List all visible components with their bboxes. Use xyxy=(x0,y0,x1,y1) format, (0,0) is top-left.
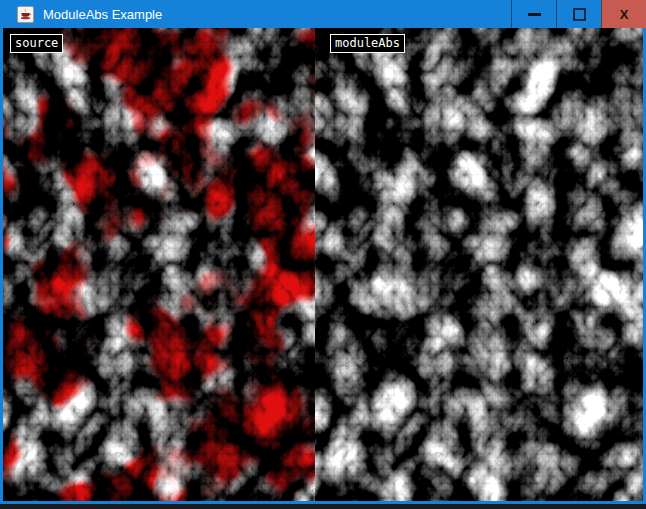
java-coffee-cup-icon[interactable] xyxy=(17,6,34,23)
window-title: ModuleAbs Example xyxy=(43,7,162,22)
content-area: source moduleAbs xyxy=(3,28,643,501)
maximize-button[interactable] xyxy=(556,0,601,28)
app-window: ModuleAbs Example X xyxy=(0,0,646,504)
close-icon: X xyxy=(620,8,629,21)
window-controls: X xyxy=(511,0,646,28)
moduleabs-label: moduleAbs xyxy=(330,34,405,53)
moduleabs-noise-image xyxy=(323,28,643,501)
java-cup-glyph xyxy=(19,8,32,21)
noise-render-canvas xyxy=(3,28,643,501)
close-button[interactable]: X xyxy=(601,0,646,28)
minimize-button[interactable] xyxy=(511,0,556,28)
titlebar[interactable]: ModuleAbs Example X xyxy=(0,0,646,28)
maximize-icon xyxy=(573,8,586,21)
source-noise-image xyxy=(3,28,323,501)
source-label: source xyxy=(10,34,63,53)
minimize-icon xyxy=(528,13,541,16)
